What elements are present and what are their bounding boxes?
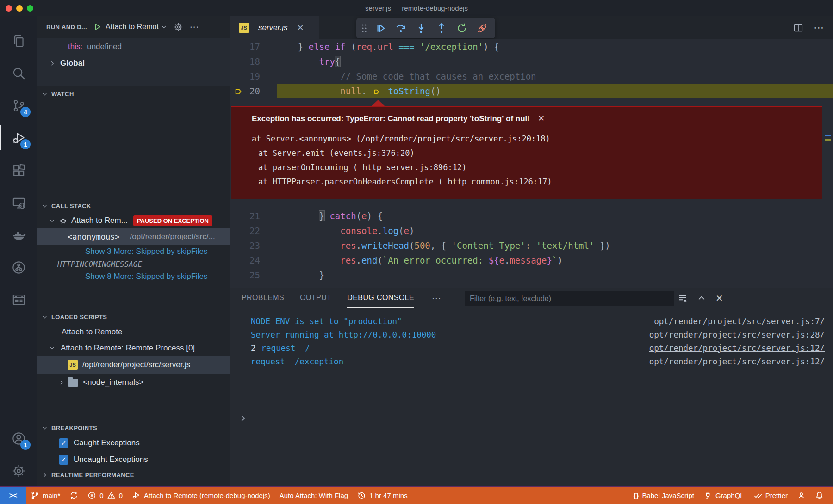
status-label: Prettier [765,492,788,499]
debug-icon[interactable]: 1 [0,122,37,154]
panel-more-tabs-icon[interactable]: ⋯ [432,293,442,304]
remote-explorer-icon[interactable] [0,186,37,219]
window-title: server.js — remote-debug-nodejs [0,4,833,12]
debug-settings-gear-icon[interactable] [174,22,183,32]
status-prettier[interactable]: Prettier [749,487,792,504]
call-stack-session-row[interactable]: Attach to Rem... PAUSED ON EXCEPTION [37,213,230,228]
tab-server-js[interactable]: JS server.js ✕ [230,16,319,39]
debug-config-dropdown[interactable]: Attach to Remot [93,23,167,31]
step-into-button[interactable] [413,20,429,37]
skip-files-link-row[interactable]: Show 3 More: Skipped by skipFiles [37,245,230,258]
console-source-link[interactable]: opt/render/project/src/server.js:12/ [649,342,825,355]
status-sync[interactable] [65,487,83,504]
stack-source-link[interactable]: /opt/render/project/src/server.js:20:18 [361,134,545,143]
class-frame-row[interactable]: HTTPINCOMINGMESSAGE [37,258,230,270]
person-icon [797,491,806,500]
warning-icon [107,491,116,500]
caught-exceptions-checkbox[interactable]: ✓ [59,438,68,448]
code-line-18: 18 try{ [230,54,833,69]
stack-line-1: at Server.<anonymous> (/opt/render/proje… [252,132,822,146]
console-source-link[interactable]: opt/render/project/src/server.js:28/ [649,328,825,342]
status-timer[interactable]: 1 hr 47 mins [353,487,412,504]
tab-close-icon[interactable]: ✕ [297,23,304,33]
drag-grip-icon[interactable] [361,23,367,33]
skip-files-link-row2[interactable]: Show 8 More: Skipped by skipFiles [37,270,230,283]
status-auto-attach[interactable]: Auto Attach: With Flag [275,487,353,504]
loaded-script-row[interactable]: Attach to Remote [37,324,230,340]
status-branch[interactable]: main* [26,487,65,504]
status-debug-session[interactable]: Attach to Remote (remote-debug-nodejs) [127,487,275,504]
loaded-script-file-row-selected[interactable]: JS /opt/render/project/src/server.js [37,356,230,374]
line-number: 20 [249,84,260,98]
start-debug-icon[interactable] [93,23,102,31]
js-file-icon: JS [68,360,78,370]
status-notifications[interactable] [810,487,828,504]
status-problems[interactable]: 00 [83,487,127,504]
class-frame-label: HTTPINCOMINGMESSAGE [57,260,142,269]
tab-debug-console[interactable]: DEBUG CONSOLE [347,288,414,308]
console-filter-input[interactable] [465,291,674,306]
clear-console-icon[interactable] [678,293,688,303]
loaded-scripts-section-header[interactable]: LOADED SCRIPTS [37,310,230,324]
console-source-link[interactable]: opt/render/project/src/server.js:12/ [649,355,825,369]
show-8-more-link[interactable]: Show 8 More: Skipped by skipFiles [85,272,208,281]
variable-this-row[interactable]: this: undefined [37,38,230,55]
code-editor[interactable]: 17 } else if (req.url === '/exception') … [230,39,833,288]
search-icon[interactable] [0,57,37,89]
breakpoints-section-header[interactable]: BREAKPOINTS [37,421,230,435]
debug-config-label[interactable]: Attach to Remot [106,23,159,31]
console-input-prompt[interactable] [239,414,248,424]
bug-icon [59,216,68,225]
continue-button[interactable] [372,20,389,37]
paused-breakpoint-icon[interactable] [234,86,244,101]
tab-output[interactable]: OUTPUT [300,288,331,308]
console-source-link[interactable]: opt/render/project/src/server.js:7/ [654,315,825,328]
close-panel-icon[interactable]: ✕ [715,293,723,304]
status-feedback[interactable] [792,487,810,504]
frame-name: <anonymous> [68,232,120,241]
files-icon[interactable] [0,25,37,57]
line-number: 25 [249,268,260,283]
more-actions-icon[interactable]: ⋯ [190,21,200,32]
loaded-script-session-row[interactable]: Attach to Remote: Remote Process [0] [37,340,230,356]
activity-bar: 411 [0,16,37,487]
account-icon[interactable]: 1 [0,422,37,455]
call-stack-section-header[interactable]: CALL STACK [37,199,230,213]
realtime-performance-section-header[interactable]: REALTIME PERFORMANCE [37,468,230,482]
split-editor-icon[interactable] [793,23,803,33]
gitlens-icon[interactable] [0,251,37,283]
stack-frame-row-selected[interactable]: <anonymous> /opt/render/project/src/... [37,228,230,245]
caught-exceptions-row[interactable]: ✓ Caught Exceptions [37,435,230,451]
step-out-button[interactable] [433,20,450,37]
extensions-icon[interactable] [0,154,37,186]
console-text: request /exception [251,357,343,366]
editor-more-actions-icon[interactable]: ⋯ [814,22,825,34]
source-control-icon[interactable]: 4 [0,89,37,122]
disconnect-button[interactable] [474,20,491,37]
maximize-panel-icon[interactable] [697,294,706,303]
line-number: 18 [249,54,260,69]
uncaught-exceptions-row[interactable]: ✓ Uncaught Exceptions [37,451,230,468]
docker-icon[interactable] [0,219,37,251]
variable-global-row[interactable]: Global [37,55,230,72]
frame-path: /opt/render/project/src/... [130,232,215,241]
status-label: 1 hr 47 mins [369,492,408,499]
gear-icon[interactable] [0,455,37,487]
remote-indicator[interactable]: >< [0,487,26,504]
uncaught-exceptions-checkbox[interactable]: ✓ [59,455,68,465]
overview-ruler[interactable] [825,39,832,288]
node-internals-row[interactable]: <node_internals> [37,374,230,391]
browser-preview-icon[interactable] [0,283,37,316]
line-number-17: 17 [230,39,277,54]
watch-section-header[interactable]: WATCH [37,87,230,101]
line-number-18: 18 [230,54,277,69]
status-graphql[interactable]: GraphQL [699,487,749,504]
step-over-button[interactable] [392,20,409,37]
line-number: 23 [249,238,260,253]
tab-problems[interactable]: PROBLEMS [242,288,284,308]
account-badge: 1 [20,440,31,450]
status-language-mode[interactable]: {}Babel JavaScript [629,487,699,504]
exception-close-icon[interactable]: ✕ [538,114,545,123]
restart-button[interactable] [454,20,470,37]
show-3-more-link[interactable]: Show 3 More: Skipped by skipFiles [85,247,208,256]
